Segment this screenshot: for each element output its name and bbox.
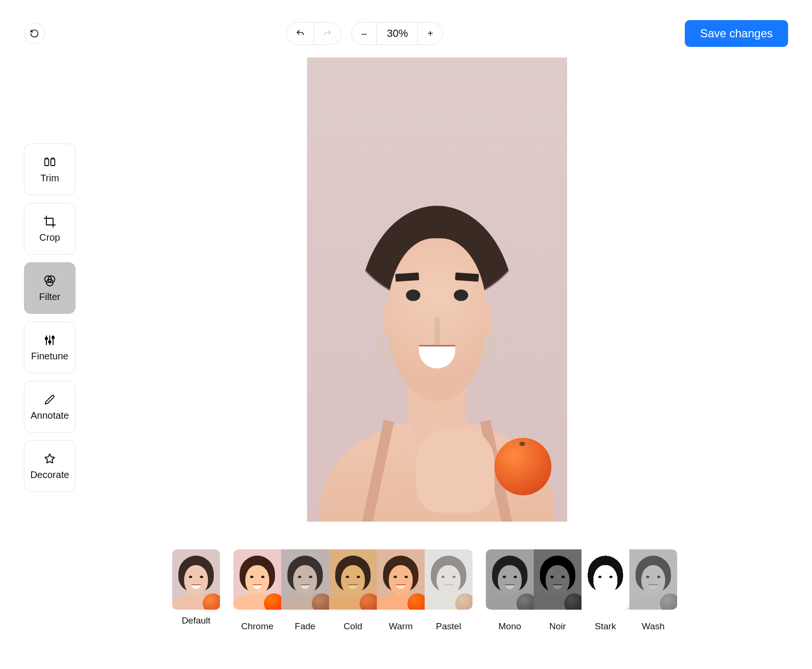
filter-option-warm[interactable]	[377, 549, 425, 610]
filter-strip-inner: Default ChromeFadeColdWarmPastel MonoNoi…	[172, 549, 812, 632]
image-preview[interactable]	[307, 57, 567, 522]
tool-finetune-label: Finetune	[31, 351, 68, 362]
undo-button[interactable]	[287, 22, 314, 45]
tool-filter-label: Filter	[39, 291, 60, 302]
decorate-icon	[43, 452, 56, 466]
svg-rect-1	[51, 159, 55, 166]
filter-option-fade[interactable]	[281, 549, 329, 610]
svg-point-12	[45, 337, 48, 340]
svg-point-14	[52, 336, 55, 338]
filter-label-mono: Mono	[486, 621, 534, 632]
filter-option-noir[interactable]	[534, 549, 582, 610]
tool-finetune[interactable]: Finetune	[24, 322, 76, 373]
undo-icon	[296, 29, 305, 38]
tool-sidebar: Trim Crop Filter Finetune Annotate	[24, 144, 76, 492]
filter-option-mono[interactable]	[486, 549, 534, 610]
portrait-illustration	[307, 57, 567, 522]
filter-label-wash: Wash	[629, 621, 677, 632]
tool-annotate[interactable]: Annotate	[24, 381, 76, 433]
tool-crop-label: Crop	[39, 232, 60, 243]
trim-icon	[43, 156, 56, 169]
filter-option-pastel[interactable]	[425, 549, 472, 610]
tool-crop[interactable]: Crop	[24, 203, 76, 255]
filter-label-fade: Fade	[281, 621, 329, 632]
finetune-icon	[43, 334, 56, 347]
svg-point-13	[49, 341, 51, 343]
zoom-group: – 30% +	[351, 22, 443, 45]
tool-decorate[interactable]: Decorate	[24, 440, 76, 492]
crop-icon	[43, 215, 56, 228]
annotate-icon	[43, 393, 56, 406]
undo-redo-group	[286, 22, 341, 45]
filter-option-default[interactable]: Default	[172, 549, 220, 626]
top-bar: – 30% + Save changes	[24, 19, 788, 48]
redo-button[interactable]	[314, 22, 341, 45]
svg-rect-0	[45, 159, 49, 166]
filter-label-chrome: Chrome	[233, 621, 281, 632]
zoom-in-button[interactable]: +	[417, 22, 442, 45]
filter-group-color	[233, 549, 472, 610]
tool-trim-label: Trim	[40, 173, 59, 184]
tool-annotate-label: Annotate	[31, 410, 69, 421]
history-reset-button[interactable]	[24, 23, 45, 44]
filter-label-warm: Warm	[377, 621, 425, 632]
history-reset-icon	[30, 29, 39, 38]
filter-label-noir: Noir	[534, 621, 582, 632]
redo-icon	[323, 29, 332, 38]
center-controls: – 30% +	[286, 22, 443, 45]
tool-trim[interactable]: Trim	[24, 144, 76, 195]
image-editor-root: – 30% + Save changes Trim Crop Filter	[0, 0, 812, 669]
zoom-level: 30%	[376, 22, 417, 45]
filter-strip[interactable]: Default ChromeFadeColdWarmPastel MonoNoi…	[172, 549, 812, 640]
tool-filter[interactable]: Filter	[24, 262, 76, 314]
filter-label-stark: Stark	[582, 621, 629, 632]
save-changes-button[interactable]: Save changes	[685, 20, 788, 47]
filter-option-wash[interactable]	[629, 549, 677, 610]
filter-label-pastel: Pastel	[425, 621, 472, 632]
filter-option-cold[interactable]	[329, 549, 377, 610]
filter-icon	[43, 274, 56, 288]
filter-group-bw	[486, 549, 677, 610]
filter-option-stark[interactable]	[582, 549, 629, 610]
filter-label-default: Default	[182, 615, 210, 626]
zoom-out-button[interactable]: –	[351, 22, 376, 45]
tool-decorate-label: Decorate	[30, 469, 69, 480]
filter-option-chrome[interactable]	[233, 549, 281, 610]
filter-label-cold: Cold	[329, 621, 377, 632]
canvas-area	[86, 57, 788, 545]
